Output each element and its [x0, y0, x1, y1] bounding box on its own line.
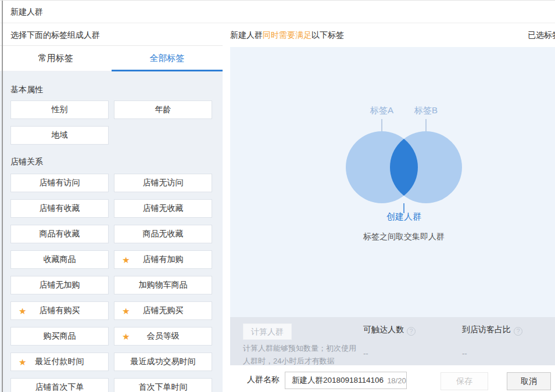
dialog-title-bar: 新建人群: [0, 1, 555, 23]
tag-button-shop-favorited[interactable]: 店铺有收藏: [10, 199, 109, 218]
tag-label: 年龄: [155, 105, 171, 115]
metric-store-visitor-ratio: 到店访客占比? --: [462, 325, 522, 358]
tag-label: 店铺有加购: [143, 254, 184, 265]
tag-button-region[interactable]: 地域: [10, 126, 109, 145]
venn-tag-b-label: 标签B: [414, 105, 438, 116]
tag-label: 加购物车商品: [139, 280, 188, 290]
shop-relations-grid: 店铺有访问 店铺无访问 店铺有收藏 店铺无收藏 商品有收藏 商品无收藏 收藏商品…: [10, 174, 212, 392]
tag-button-shop-not-visited[interactable]: 店铺无访问: [114, 174, 212, 192]
tag-button-first-order-time[interactable]: 首次下单时间: [114, 378, 212, 392]
tag-label: 购买商品: [44, 331, 76, 341]
save-button[interactable]: 保存: [441, 372, 488, 390]
venn-create-crowd-label: 创建人群: [386, 211, 421, 222]
tag-label: 店铺有收藏: [40, 203, 80, 214]
tag-list-panel: 基本属性 性别 年龄 地域 店铺关系 店铺有访问 店铺无访问 店铺有收藏 店铺无…: [0, 71, 223, 392]
help-icon[interactable]: ?: [407, 327, 416, 336]
header-prefix: 新建人群: [230, 30, 263, 39]
star-icon: ★: [122, 256, 130, 264]
star-icon: ★: [19, 358, 26, 366]
header-highlight: 同时需要满足: [263, 30, 311, 39]
venn-caption: 标签之间取交集即人群: [363, 232, 445, 242]
tag-button-cart-items[interactable]: 加购物车商品: [114, 276, 212, 294]
tag-button-gender[interactable]: 性别: [10, 100, 109, 119]
star-icon: ★: [122, 307, 130, 315]
tag-button-shop-not-purchased[interactable]: ★店铺无购买: [114, 301, 212, 320]
tag-label: 最近付款时间: [35, 357, 84, 367]
star-icon: ★: [19, 307, 26, 315]
tag-button-member-level[interactable]: ★会员等级: [114, 327, 212, 346]
tag-label: 店铺无加购: [40, 280, 80, 290]
section-label-shop-relations: 店铺关系: [10, 156, 212, 167]
tab-common-tags[interactable]: 常用标签: [0, 46, 112, 71]
tag-button-item-favorited[interactable]: 商品有收藏: [10, 225, 109, 243]
tab-all-tags[interactable]: 全部标签: [112, 46, 223, 71]
venn-diagram: [230, 47, 555, 317]
venn-tag-a-label: 标签A: [370, 105, 393, 116]
section-label-basic-attributes: 基本属性: [10, 84, 212, 95]
crowd-stats-bar: 计算人群 计算人群能够预知数量；初次使用人群时，24小时后才有数据 可触达人数?…: [230, 317, 555, 365]
cancel-button[interactable]: 取消: [507, 372, 551, 390]
tag-label: 店铺无访问: [143, 178, 184, 188]
tag-label: 店铺无购买: [143, 305, 184, 316]
selected-tags-link[interactable]: 已选标签: [528, 30, 555, 41]
venn-diagram-panel: 标签A 标签B 创建人群 标签之间取交集即人群: [230, 47, 555, 317]
tag-label: 商品无收藏: [143, 229, 184, 239]
left-panel-subtitle: 选择下面的标签组成人群: [10, 30, 100, 41]
metric-value: --: [363, 349, 416, 358]
tag-label: 店铺有访问: [40, 178, 80, 188]
crowd-name-value: 新建人群20180918114106: [292, 375, 384, 386]
metric-reachable-count: 可触达人数? --: [363, 325, 416, 358]
dialog-footer: 人群名称 新建人群20180918114106 18/20 保存 取消: [230, 365, 555, 392]
help-icon[interactable]: ?: [514, 327, 522, 336]
tag-label: 性别: [52, 105, 68, 115]
tag-label: 店铺无收藏: [143, 203, 184, 214]
tag-button-shop-visited[interactable]: 店铺有访问: [10, 174, 109, 192]
tag-button-age[interactable]: 年龄: [114, 100, 212, 119]
dialog-title: 新建人群: [10, 7, 43, 17]
tag-button-shop-purchased[interactable]: ★店铺有购买: [10, 301, 109, 320]
tag-label: 店铺有购买: [40, 305, 80, 316]
calculate-note: 计算人群能够预知数量；初次使用人群时，24小时后才有数据: [243, 342, 358, 368]
tag-label: 店铺首次下单: [35, 382, 84, 392]
tag-button-shop-first-order[interactable]: 店铺首次下单: [10, 378, 109, 392]
tag-button-item-not-favorited[interactable]: 商品无收藏: [114, 225, 212, 243]
tag-button-last-success-trade-time[interactable]: 最近成功交易时间: [114, 353, 212, 371]
tag-button-purchased-items[interactable]: 购买商品: [10, 327, 109, 346]
tag-label: 收藏商品: [44, 254, 76, 265]
metric-value: --: [462, 349, 522, 358]
header-suffix: 以下标签: [311, 30, 344, 39]
tag-button-shop-not-favorited[interactable]: 店铺无收藏: [114, 199, 212, 218]
venn-panel-header: 新建人群同时需要满足以下标签: [230, 30, 344, 41]
metric-label: 可触达人数: [363, 325, 404, 334]
tag-button-favorited-items[interactable]: 收藏商品: [10, 250, 109, 269]
new-crowd-dialog: 新建人群 选择下面的标签组成人群 新建人群同时需要满足以下标签 已选标签 常用标…: [0, 0, 555, 392]
basic-attributes-grid: 性别 年龄 地域: [10, 100, 212, 145]
tag-label: 最近成功交易时间: [131, 357, 196, 367]
metric-label: 到店访客占比: [462, 325, 511, 334]
tag-label: 地域: [52, 130, 68, 141]
tag-button-shop-not-added-to-cart[interactable]: 店铺无加购: [10, 276, 109, 294]
calculate-crowd-button[interactable]: 计算人群: [243, 323, 292, 340]
crowd-name-input[interactable]: 新建人群20180918114106 18/20: [285, 372, 407, 389]
star-icon: ★: [122, 332, 130, 341]
crowd-name-label: 人群名称: [247, 375, 280, 385]
crowd-name-counter: 18/20: [387, 376, 406, 385]
tag-button-last-payment-time[interactable]: ★最近付款时间: [10, 353, 109, 371]
tag-label: 会员等级: [147, 331, 180, 341]
tag-tab-bar: 常用标签 全部标签: [0, 45, 223, 71]
tag-label: 首次下单时间: [139, 382, 188, 392]
tag-button-shop-added-to-cart[interactable]: ★店铺有加购: [114, 250, 212, 269]
tag-label: 商品有收藏: [40, 229, 80, 239]
